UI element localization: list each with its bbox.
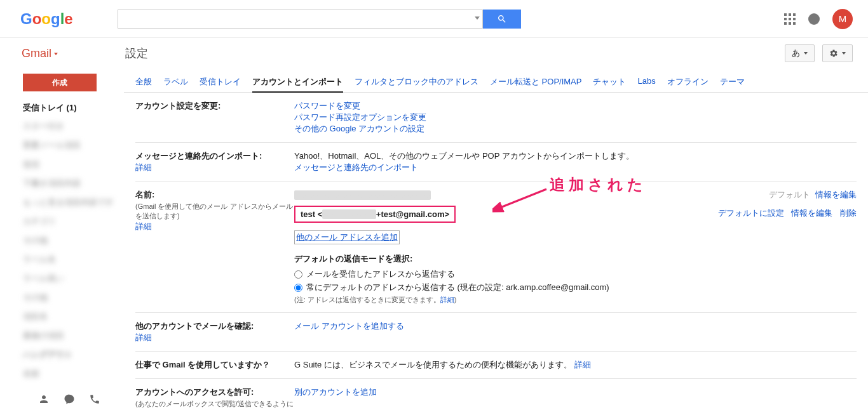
sidebar-item-blurred[interactable]: 下書き項目内容: [0, 174, 124, 193]
reply-radio-2[interactable]: [294, 284, 302, 292]
phone-icon[interactable]: [89, 393, 100, 405]
link-change-password[interactable]: パスワードを変更: [294, 101, 360, 110]
sidebar-item-blurred[interactable]: カテゴリ: [0, 212, 124, 231]
label-grant: アカウントへのアクセスを許可:: [135, 387, 254, 397]
row-other-accounts: 他のアカウントでメールを確認: 詳細 メール アカウントを追加する: [135, 313, 857, 352]
alias-default-blurred: xxxxxxxxxxxxxxxxxxxxxxxxxxxxxxxxx: [294, 190, 431, 200]
tab-general[interactable]: 全般: [135, 72, 152, 92]
row-grant-access: アカウントへのアクセスを許可: (あなたのメールボックスで閲覧/送信できるように…: [135, 379, 857, 410]
tab-themes[interactable]: テーマ: [720, 72, 745, 92]
link-add-another-account[interactable]: 別のアカウントを追加: [294, 387, 377, 397]
sidebar-item-blurred[interactable]: もっと見る項目内容です: [0, 193, 124, 212]
header: Google M: [0, 0, 868, 38]
tab-filters[interactable]: フィルタとブロック中のアドレス: [355, 72, 478, 92]
sidebar-item-blurred[interactable]: 名前: [0, 364, 124, 383]
link-name-detail[interactable]: 詳細: [135, 222, 152, 231]
sidebar-item-blurred[interactable]: ラベル長い: [0, 269, 124, 288]
google-logo[interactable]: Google: [20, 10, 73, 28]
link-import-detail[interactable]: 詳細: [135, 162, 152, 172]
container: 作成 受信トレイ (1) スター付き 重要メール項目 送信 下書き項目内容 もっ…: [0, 69, 868, 410]
search-button[interactable]: [483, 10, 521, 29]
tab-offline[interactable]: オフライン: [667, 72, 709, 92]
hangouts-icon[interactable]: [64, 393, 75, 405]
sidebar-item-blurred[interactable]: スター付き: [0, 117, 124, 136]
link-import-messages[interactable]: メッセージと連絡先のインポート: [294, 162, 418, 172]
reply-note: (注: アドレスは返信するときに変更できます。詳細): [294, 295, 857, 305]
reply-radio-1[interactable]: [294, 270, 302, 279]
tab-chat[interactable]: チャット: [593, 72, 626, 92]
row-account-change: アカウント設定を変更: パスワードを変更 パスワード再設定オプションを変更 その…: [135, 93, 857, 143]
label-grant-sub: (あなたのメールボックスで閲覧/送信できるようになります): [135, 399, 294, 410]
sidebar-item-blurred[interactable]: ラベル名: [0, 250, 124, 269]
alias-default-label: デフォルト: [769, 190, 810, 199]
subheader-right: あ: [785, 44, 853, 62]
alias2-delete[interactable]: 削除: [840, 208, 857, 218]
sidebar-item-blurred[interactable]: 送信: [0, 155, 124, 174]
tab-labs[interactable]: Labs: [637, 72, 655, 92]
alias-test-highlighted: test <xxxxxxxxxxxxx+test@gmail.com>: [294, 206, 456, 223]
row-name: 名前: (Gmail を使用して他のメール アドレスからメールを送信します) 詳…: [135, 182, 857, 313]
alias-row-test: test <xxxxxxxxxxxxx+test@gmail.com> デフォル…: [294, 203, 857, 223]
tab-accounts[interactable]: アカウントとインポート: [252, 72, 343, 93]
reply-mode-title: デフォルトの返信モードを選択:: [294, 253, 857, 265]
label-gsuite: 仕事で Gmail を使用していますか？: [135, 360, 270, 369]
gmail-dropdown[interactable]: Gmail: [22, 47, 58, 60]
alias2-set-default[interactable]: デフォルトに設定: [718, 208, 784, 218]
tab-inbox[interactable]: 受信トレイ: [200, 72, 241, 92]
link-gsuite-detail[interactable]: 詳細: [574, 360, 591, 369]
sidebar-item-blurred[interactable]: 重要メール項目: [0, 136, 124, 155]
search-drop-icon[interactable]: [475, 17, 480, 20]
subheader: Gmail 設定 あ: [0, 38, 868, 69]
alias-row-default: xxxxxxxxxxxxxxxxxxxxxxxxxxxxxxxxx デフォルト情…: [294, 189, 857, 201]
compose-button[interactable]: 作成: [23, 74, 97, 91]
text-import-desc: Yahoo!、Hotmail、AOL、その他のウェブメールや POP アカウント…: [294, 151, 634, 161]
label-name: 名前:: [135, 190, 154, 199]
label-name-sub: (Gmail を使用して他のメール アドレスからメールを送信します): [135, 202, 294, 221]
link-add-alias[interactable]: 他のメール アドレスを追加: [294, 230, 400, 244]
sidebar-item-blurred[interactable]: 項目名: [0, 307, 124, 326]
sidebar-item-blurred[interactable]: その他: [0, 288, 124, 307]
header-right: M: [784, 9, 853, 29]
row-gsuite: 仕事で Gmail を使用していますか？ G Suite には、ビジネスでメール…: [135, 352, 857, 379]
main: 全般 ラベル 受信トレイ アカウントとインポート フィルタとブロック中のアドレス…: [124, 69, 868, 410]
label-other-accounts: 他のアカウントでメールを確認:: [135, 321, 254, 331]
alias1-edit[interactable]: 情報を編集: [815, 190, 857, 199]
reply-note-link[interactable]: 詳細: [440, 296, 454, 303]
avatar[interactable]: M: [832, 9, 853, 29]
sidebar-item-blurred[interactable]: その他: [0, 231, 124, 250]
sidebar-item-blurred[interactable]: ハングアウト: [0, 345, 124, 364]
link-other-settings[interactable]: その他の Google アカウントの設定: [294, 124, 424, 133]
sidebar-bottom: [0, 393, 124, 405]
row-import: メッセージと連絡先のインポート: 詳細 Yahoo!、Hotmail、AOL、そ…: [135, 143, 857, 182]
notifications-icon[interactable]: [808, 13, 820, 25]
input-tools-button[interactable]: あ: [785, 44, 815, 62]
alias2-edit[interactable]: 情報を編集: [791, 208, 832, 218]
sidebar-item-blurred[interactable]: 最後の項目: [0, 326, 124, 345]
reply-option-2[interactable]: 常にデフォルトのアドレスから返信する (現在の設定: ark.amp.coffe…: [294, 282, 857, 293]
search-icon: [497, 14, 507, 24]
settings-body: アカウント設定を変更: パスワードを変更 パスワード再設定オプションを変更 その…: [124, 93, 868, 410]
settings-gear-button[interactable]: [822, 44, 853, 62]
label-import: メッセージと連絡先のインポート:: [135, 151, 262, 161]
apps-icon[interactable]: [784, 13, 796, 25]
sidebar-item-inbox[interactable]: 受信トレイ (1): [0, 99, 124, 117]
search-wrap: [118, 10, 521, 29]
sidebar: 作成 受信トレイ (1) スター付き 重要メール項目 送信 下書き項目内容 もっ…: [0, 69, 124, 410]
link-add-mail-account[interactable]: メール アカウントを追加する: [294, 321, 404, 331]
tab-forwarding[interactable]: メール転送と POP/IMAP: [490, 72, 581, 92]
link-other-accounts-detail[interactable]: 詳細: [135, 333, 152, 342]
tab-labels[interactable]: ラベル: [163, 72, 188, 92]
page-title: 設定: [125, 46, 148, 61]
link-recovery-options[interactable]: パスワード再設定オプションを変更: [294, 112, 426, 122]
search-input[interactable]: [118, 10, 483, 29]
reply-option-1[interactable]: メールを受信したアドレスから返信する: [294, 268, 857, 280]
label-account-change: アカウント設定を変更:: [135, 101, 220, 110]
settings-tabs: 全般 ラベル 受信トレイ アカウントとインポート フィルタとブロック中のアドレス…: [124, 69, 868, 93]
person-icon[interactable]: [38, 393, 50, 405]
text-gsuite-desc: G Suite には、ビジネスでメールを使用するための便利な機能があります。: [294, 360, 572, 369]
gear-icon: [829, 49, 838, 58]
